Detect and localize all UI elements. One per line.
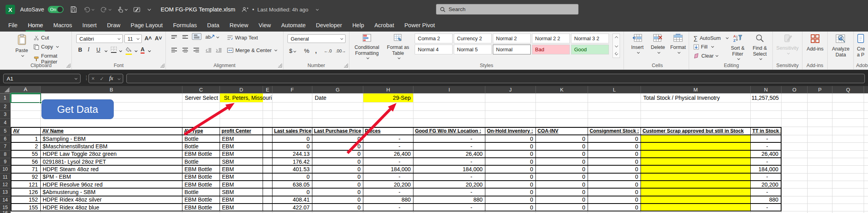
cell-P14[interactable]	[808, 196, 832, 204]
table-header-N5[interactable]: TT in Stock :	[751, 127, 782, 136]
tab-automate[interactable]: Automate	[276, 19, 311, 32]
cell-D1[interactable]: St. Peters, Missouri	[220, 93, 263, 103]
cell-E15[interactable]	[263, 204, 272, 211]
cell-Q6[interactable]	[832, 135, 864, 143]
row-header-12[interactable]: 12	[0, 181, 11, 189]
cell-O1[interactable]	[782, 93, 808, 103]
find-select-button[interactable]: Find & Select	[750, 34, 770, 60]
cell-J10[interactable]: 0	[485, 166, 536, 173]
cell-E3[interactable]	[263, 111, 272, 119]
cell-B12[interactable]: HDPE Resolve 96oz red	[41, 181, 182, 189]
cell-I10[interactable]: 184,000	[413, 166, 485, 173]
name-box[interactable]: A1	[3, 74, 81, 83]
tab-home[interactable]: Home	[23, 19, 48, 32]
cell-L8[interactable]: 0	[588, 151, 641, 158]
autosave-toggle[interactable]: On	[48, 6, 64, 13]
column-header-E[interactable]: E	[263, 86, 272, 93]
cell-J12[interactable]: 0	[485, 181, 536, 189]
number-format-select[interactable]: General	[287, 34, 346, 43]
cell-C6[interactable]: Bottle	[182, 135, 220, 143]
cell-C2[interactable]	[182, 103, 220, 111]
wrap-text-button[interactable]: Wrap Text	[227, 35, 258, 41]
cell-H8[interactable]: 26,400	[363, 151, 413, 158]
last-modified-chevron-icon[interactable]	[315, 8, 318, 11]
cell-x14[interactable]	[864, 196, 868, 204]
row-header-3[interactable]: 3	[0, 111, 11, 119]
cell-L13[interactable]: 0	[588, 189, 641, 196]
font-size-select[interactable]: 11	[124, 34, 142, 43]
row-header-2[interactable]: 2	[0, 103, 11, 111]
insert-function-icon[interactable]: fx	[109, 75, 113, 82]
cell-K4[interactable]	[536, 119, 588, 127]
cell-F15[interactable]: 422.07	[272, 204, 312, 211]
align-bottom-icon[interactable]	[192, 33, 201, 40]
cell-N15[interactable]: -	[751, 204, 782, 211]
cell-G16[interactable]	[312, 211, 363, 213]
cell-L9[interactable]: 0	[588, 158, 641, 166]
cell-P6[interactable]	[808, 135, 832, 143]
cell-B15[interactable]: HDPE Ridex 48oz blue	[41, 204, 182, 211]
cell-N9[interactable]: -	[751, 158, 782, 166]
column-header-G[interactable]: G	[312, 86, 363, 93]
tab-help[interactable]: Help	[347, 19, 369, 32]
styles-gallery-scrollbar[interactable]	[612, 34, 620, 58]
cell-K9[interactable]: 0	[536, 158, 588, 166]
cell-I9[interactable]: -	[413, 158, 485, 166]
cell-L6[interactable]: 0	[588, 135, 641, 143]
cell-Q3[interactable]	[832, 111, 864, 119]
cell-K16[interactable]	[536, 211, 588, 213]
increase-decimal-icon[interactable]: ←.0	[324, 49, 332, 53]
cell-K10[interactable]: 0	[536, 166, 588, 173]
cell-F14[interactable]: 408.41	[272, 196, 312, 204]
cell-J2[interactable]	[485, 103, 536, 111]
cell-D3[interactable]	[220, 111, 263, 119]
format-as-table-button[interactable]: Format as Table	[384, 34, 412, 60]
cell-E8[interactable]	[263, 151, 272, 158]
tab-view[interactable]: View	[254, 19, 276, 32]
cell-P16[interactable]	[808, 211, 832, 213]
cell-x4[interactable]	[864, 119, 868, 127]
cell-P1[interactable]	[808, 93, 832, 103]
cell-O13[interactable]	[782, 189, 808, 196]
cell-M3[interactable]	[641, 111, 751, 119]
cell-E2[interactable]	[263, 103, 272, 111]
table-header-J5[interactable]: On-Hold Inventory :	[485, 127, 536, 136]
tab-review[interactable]: Review	[224, 19, 254, 32]
cell-G7[interactable]: 0	[312, 143, 363, 150]
cell-K7[interactable]: 0	[536, 143, 588, 150]
cell-M10[interactable]	[641, 166, 751, 173]
fill-button[interactable]: Fill	[693, 44, 714, 50]
cell-N6[interactable]: -	[751, 135, 782, 143]
cell-P5[interactable]	[808, 127, 832, 136]
cell-N14[interactable]: 880	[751, 196, 782, 204]
cell-N13[interactable]: -	[751, 189, 782, 196]
style-chip-normal-3-2[interactable]: Normal 3 2	[571, 34, 609, 43]
increase-indent-icon[interactable]	[216, 47, 222, 54]
cell-K6[interactable]: 0	[536, 135, 588, 143]
align-middle-icon[interactable]	[181, 34, 190, 40]
cell-K11[interactable]: 0	[536, 174, 588, 181]
column-header-O[interactable]: O	[782, 86, 808, 93]
cell-D16[interactable]	[220, 211, 263, 213]
column-header-Q[interactable]: Q	[832, 86, 864, 93]
cell-Q11[interactable]	[832, 174, 864, 181]
cell-N10[interactable]: 184,000	[751, 166, 782, 173]
cell-H16[interactable]	[363, 211, 413, 213]
cell-E4[interactable]	[263, 119, 272, 127]
cell-P15[interactable]	[808, 204, 832, 211]
cell-Q9[interactable]	[832, 158, 864, 166]
cell-M6[interactable]	[641, 135, 751, 143]
cell-x7[interactable]	[864, 143, 868, 150]
cell-D7[interactable]: EBM	[220, 143, 263, 150]
table-header-I5[interactable]: Good FG W/o INV Location :	[413, 127, 485, 136]
cell-M8[interactable]	[641, 151, 751, 158]
merge-center-button[interactable]: Merge & Center	[227, 47, 277, 53]
row-header-11[interactable]: 11	[0, 174, 11, 181]
row-header-4[interactable]: 4	[0, 119, 11, 127]
borders-icon[interactable]	[111, 47, 117, 54]
excel-logo-icon[interactable]: X	[6, 5, 15, 14]
cell-I16[interactable]	[413, 211, 485, 213]
cell-M15[interactable]	[641, 204, 751, 211]
cell-F1[interactable]	[272, 93, 312, 103]
cell-x10[interactable]	[864, 166, 868, 173]
